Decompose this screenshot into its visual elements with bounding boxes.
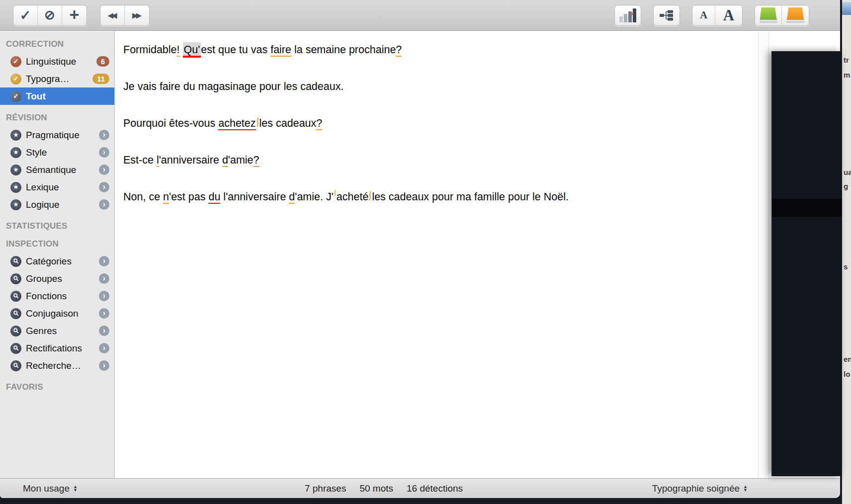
sidebar-item-label: Typogra… xyxy=(26,74,70,84)
scrollbar-track[interactable] xyxy=(758,31,769,478)
text-run: Pourquoi êtes-vous xyxy=(123,117,218,129)
detection-orange-underline[interactable]: d xyxy=(289,191,295,204)
sidebar-item-label: Recherche… xyxy=(26,360,81,371)
sidebar-item-label: Catégories xyxy=(26,256,72,267)
star-circle-icon: ★ xyxy=(10,199,21,210)
dictionaries-button[interactable] xyxy=(755,5,782,25)
hierarchy-icon xyxy=(659,9,674,22)
sidebar-section-header: CORRECTION xyxy=(6,39,114,49)
sidebar-item-label: Genres xyxy=(26,326,57,336)
chevron-right-icon[interactable]: › xyxy=(99,165,109,175)
correction-actions-group: ✓ ⊘ + xyxy=(13,5,87,26)
sidebar-item-semantique[interactable]: ★Sémantique› xyxy=(0,161,114,178)
usage-select[interactable]: Mon usage ▲▼ xyxy=(23,483,78,494)
orange-book-icon xyxy=(786,7,804,23)
sidebar-item-linguistique[interactable]: ✓Linguistique6 xyxy=(0,53,114,70)
detection-orange-underline[interactable]: n xyxy=(163,191,169,204)
magnifier-glyph xyxy=(13,345,19,351)
sidebar-item-rectifications[interactable]: Rectifications› xyxy=(0,339,114,357)
stepper-icon: ▲▼ xyxy=(73,485,78,492)
chevron-right-icon[interactable]: › xyxy=(99,308,109,319)
sidebar-item-recherche[interactable]: Recherche…› xyxy=(0,357,114,374)
detection-red-underline[interactable]: achetez xyxy=(218,117,255,130)
text-paragraph[interactable]: Est-ce l'anniversaire d'amie? xyxy=(123,142,840,178)
references-group xyxy=(755,5,809,26)
statistics-button[interactable] xyxy=(615,5,641,25)
toolbar-right-cluster: A A xyxy=(614,5,809,26)
sidebar-item-logique[interactable]: ★Logique› xyxy=(0,196,114,213)
background-text-fragment: m xyxy=(844,71,850,79)
stepper-icon: ▲▼ xyxy=(743,485,748,492)
usage-select-label: Mon usage xyxy=(23,483,70,494)
increase-font-button[interactable]: A xyxy=(715,5,742,25)
text-run: Je vais faire du magasinage pour les cad… xyxy=(123,81,343,92)
chevron-right-icon[interactable]: › xyxy=(99,199,109,210)
editor-text[interactable]: Formidable! Qu'est que tu vas faire la s… xyxy=(115,31,840,215)
sidebar-item-conjugaison[interactable]: Conjugaison› xyxy=(0,305,114,322)
previous-detection-button[interactable]: ◀◀ xyxy=(100,5,125,25)
detection-orange-underline[interactable]: ! xyxy=(177,44,180,57)
statistics-group xyxy=(614,5,641,26)
chevron-right-icon[interactable]: › xyxy=(99,343,109,353)
chevron-right-icon[interactable]: › xyxy=(99,256,109,266)
star-circle-icon: ★ xyxy=(10,147,21,158)
chevron-right-icon[interactable]: › xyxy=(99,360,109,371)
text-run: les cadeaux pour ma famille pour le Noël… xyxy=(372,191,569,203)
sidebar-item-fonctions[interactable]: Fonctions› xyxy=(0,287,114,305)
detail-panel-button[interactable] xyxy=(654,5,680,25)
text-run: Formidable xyxy=(123,44,177,56)
magnifier-circle-icon xyxy=(10,256,21,267)
decrease-font-button[interactable]: A xyxy=(692,5,715,25)
background-text-fragment: en xyxy=(844,355,851,363)
soft-space-marker-icon[interactable] xyxy=(256,117,259,128)
magnifier-glyph xyxy=(13,328,19,334)
sidebar-item-typogra[interactable]: ✓Typogra…11 xyxy=(0,70,114,87)
chevron-right-icon[interactable]: › xyxy=(99,291,109,301)
sidebar-section-header: FAVORIS xyxy=(6,382,114,392)
sidebar-item-label: Pragmatique xyxy=(26,130,80,141)
typography-select[interactable]: Typographie soignée ▲▼ xyxy=(652,483,748,494)
sidebar-item-style[interactable]: ★Style› xyxy=(0,144,114,161)
add-word-button[interactable]: + xyxy=(62,5,86,25)
selected-detection[interactable]: Qu' xyxy=(183,42,201,58)
next-detection-button[interactable]: ▶▶ xyxy=(125,5,149,25)
small-letter-icon: A xyxy=(700,9,707,21)
text-paragraph[interactable]: Je vais faire du magasinage pour les cad… xyxy=(123,68,840,105)
detection-red-underline[interactable]: du xyxy=(208,191,220,204)
ignore-correction-button[interactable]: ⊘ xyxy=(38,5,62,25)
chevron-right-icon[interactable]: › xyxy=(99,130,109,140)
sidebar-item-label: Lexique xyxy=(26,182,59,193)
sidebar-item-tout[interactable]: ✓Tout xyxy=(0,87,114,105)
detail-panel-group xyxy=(653,5,680,26)
magnifier-glyph xyxy=(13,310,19,317)
sidebar-item-pragmatique[interactable]: ★Pragmatique› xyxy=(0,126,114,144)
text-paragraph[interactable]: Pourquoi êtes-vous achetezles cadeaux? xyxy=(123,105,840,142)
detection-orange-underline[interactable]: ? xyxy=(254,154,259,167)
chevron-right-icon[interactable]: › xyxy=(99,326,109,336)
approve-correction-button[interactable]: ✓ xyxy=(13,5,38,25)
detection-orange-underline[interactable]: faire xyxy=(270,44,291,57)
chevron-right-icon[interactable]: › xyxy=(99,147,109,158)
detection-orange-underline[interactable]: d xyxy=(222,154,228,167)
detection-orange-underline[interactable]: ? xyxy=(316,117,322,130)
guides-button[interactable] xyxy=(782,5,809,25)
chevron-right-icon[interactable]: › xyxy=(99,182,109,192)
chevron-right-icon[interactable]: › xyxy=(99,273,109,284)
magnifier-glyph xyxy=(13,258,19,264)
background-dark-window[interactable] xyxy=(771,51,842,476)
editor-pane[interactable]: Formidable! Qu'est que tu vas faire la s… xyxy=(115,31,840,478)
sidebar-item-genres[interactable]: Genres› xyxy=(0,322,114,339)
text-run: 'amie. J' xyxy=(295,191,334,203)
typography-select-label: Typographie soignée xyxy=(652,483,740,494)
sidebar-item-groupes[interactable]: Groupes› xyxy=(0,270,114,287)
text-paragraph[interactable]: Formidable! Qu'est que tu vas faire la s… xyxy=(123,31,840,68)
sidebar-item-lexique[interactable]: ★Lexique› xyxy=(0,178,114,196)
detection-orange-underline[interactable]: ? xyxy=(396,44,402,57)
sidebar-item-label: Rectifications xyxy=(26,343,82,354)
text-paragraph[interactable]: Non, ce n'est pas du l'anniversaire d'am… xyxy=(123,178,840,215)
correction-window: ✓ ⊘ + ◀◀ ▶▶ xyxy=(0,0,840,498)
magnifier-circle-icon xyxy=(10,326,21,336)
sidebar-item-categories[interactable]: Catégories› xyxy=(0,252,114,270)
magnifier-circle-icon xyxy=(10,308,21,319)
bar-chart-icon xyxy=(619,8,636,22)
